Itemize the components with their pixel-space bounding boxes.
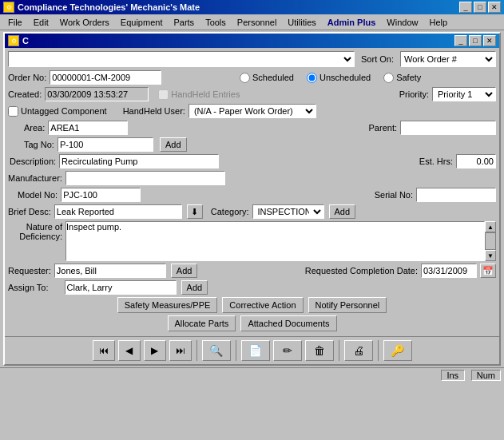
- manufacturer-field[interactable]: [65, 171, 225, 185]
- manufacturer-label: Manufacturer:: [8, 173, 62, 183]
- allocate-button[interactable]: Allocate Parts: [168, 315, 236, 331]
- model-no-field[interactable]: [61, 188, 141, 202]
- order-no-field[interactable]: [50, 70, 161, 85]
- exit-button[interactable]: 🔑: [383, 340, 412, 361]
- radio-safety[interactable]: Safety: [383, 73, 421, 83]
- menu-file[interactable]: File: [3, 17, 27, 28]
- category-label: Category:: [211, 207, 249, 216]
- nature-textarea[interactable]: Inspect pump.: [65, 221, 485, 261]
- serial-no-field[interactable]: [416, 188, 496, 202]
- priority-dropdown[interactable]: Priority 1: [432, 87, 496, 101]
- delete-button[interactable]: 🗑: [305, 340, 334, 361]
- corrective-button[interactable]: Corrective Action: [222, 297, 303, 313]
- parent-field[interactable]: [400, 121, 496, 135]
- deficiency-label: Deficiency:: [19, 232, 62, 241]
- inner-title-bar: ⚙ C _ □ ✕: [5, 34, 499, 48]
- radio-scheduled-input[interactable]: [240, 73, 250, 83]
- add-requester-button[interactable]: Add: [171, 264, 198, 278]
- req-completion-label: Requested Completion Date:: [305, 266, 418, 275]
- menu-equipment[interactable]: Equipment: [116, 17, 168, 28]
- scroll-track: [485, 232, 496, 250]
- print-button[interactable]: 🖨: [344, 340, 373, 361]
- area-row: Area: Parent:: [8, 121, 496, 135]
- search-button[interactable]: 🔍: [202, 340, 231, 361]
- tag-no-field[interactable]: [58, 137, 153, 152]
- next-record-button[interactable]: ▶: [144, 340, 166, 361]
- scroll-up-button[interactable]: ▲: [485, 221, 496, 232]
- add-assign-button[interactable]: Add: [181, 280, 208, 295]
- calendar-button[interactable]: 📅: [480, 264, 496, 278]
- created-label: Created:: [8, 89, 42, 99]
- nature-row: Nature of Deficiency: Inspect pump. ▲ ▼: [8, 221, 496, 261]
- requester-field[interactable]: [54, 264, 166, 278]
- nav-dropdown[interactable]: [8, 51, 355, 67]
- category-dropdown[interactable]: INSPECTION: [252, 204, 324, 219]
- edit-button[interactable]: ✏: [273, 340, 302, 361]
- app-title: Compliance Technologies' Mechanic's Mate: [18, 2, 200, 12]
- title-bar: ⚙ Compliance Technologies' Mechanic's Ma…: [0, 0, 504, 14]
- sort-label: Sort On:: [361, 54, 394, 64]
- inner-app-icon: ⚙: [8, 35, 19, 46]
- app-icon: ⚙: [3, 2, 14, 13]
- inner-close-button[interactable]: ✕: [483, 35, 496, 46]
- parent-label: Parent:: [369, 123, 397, 133]
- radio-group: Scheduled Unscheduled Safety: [165, 73, 496, 83]
- scroll-down-button[interactable]: ▼: [485, 250, 496, 261]
- untagged-label: Untagged Component: [21, 106, 107, 116]
- menu-window[interactable]: Window: [382, 17, 423, 28]
- new-button[interactable]: 📄: [241, 340, 270, 361]
- last-record-button[interactable]: ⏭: [169, 340, 192, 361]
- menu-admin-plus[interactable]: Admin Plus: [323, 17, 381, 28]
- inner-maximize-button[interactable]: □: [469, 35, 482, 46]
- close-button[interactable]: ✕: [488, 2, 501, 13]
- menu-personnel[interactable]: Personnel: [232, 17, 282, 28]
- menu-help[interactable]: Help: [424, 17, 452, 28]
- nav-separator-3: [339, 340, 339, 361]
- brief-desc-field[interactable]: [54, 204, 182, 219]
- radio-unscheduled[interactable]: Unscheduled: [307, 73, 371, 83]
- radio-safety-input[interactable]: [383, 73, 394, 83]
- untagged-checkbox-input[interactable]: [8, 106, 18, 117]
- menu-parts[interactable]: Parts: [169, 17, 199, 28]
- safety-button[interactable]: Safety Measures/PPE: [117, 297, 218, 313]
- assign-to-label: Assign To:: [8, 283, 49, 292]
- requester-row: Requester: Add Requested Completion Date…: [8, 264, 496, 278]
- description-field[interactable]: [59, 154, 219, 168]
- notify-button[interactable]: Notify Personnel: [308, 297, 387, 313]
- sort-dropdown[interactable]: Work Order #: [400, 51, 496, 67]
- download-button[interactable]: ⬇: [187, 204, 203, 219]
- menu-work-orders[interactable]: Work Orders: [55, 17, 114, 28]
- order-no-label: Order No:: [8, 73, 46, 82]
- priority-label: Priority:: [399, 89, 429, 99]
- add-tag-button[interactable]: Add: [160, 137, 187, 152]
- description-label: Description:: [10, 157, 56, 166]
- radio-unscheduled-input[interactable]: [307, 73, 317, 83]
- minimize-button[interactable]: _: [459, 2, 472, 13]
- radio-scheduled[interactable]: Scheduled: [240, 73, 294, 83]
- maximize-button[interactable]: □: [474, 2, 486, 13]
- assign-row: Assign To: Add: [8, 280, 496, 295]
- untagged-checkbox[interactable]: Untagged Component: [8, 106, 107, 117]
- prev-record-button[interactable]: ◀: [118, 340, 141, 361]
- handheld-user-dropdown[interactable]: (N/A - Paper Work Order): [189, 104, 316, 118]
- radio-safety-label: Safety: [396, 73, 421, 82]
- attached-button[interactable]: Attached Documents: [240, 315, 336, 331]
- inner-minimize-button[interactable]: _: [454, 35, 467, 46]
- menu-utilities[interactable]: Utilities: [283, 17, 320, 28]
- inner-title-text: C: [22, 36, 29, 46]
- radio-scheduled-label: Scheduled: [252, 73, 294, 82]
- model-no-label: Model No:: [18, 190, 58, 200]
- add-category-button[interactable]: Add: [329, 204, 356, 219]
- first-record-button[interactable]: ⏮: [93, 340, 115, 361]
- form-area: Sort On: Work Order # Order No: Schedule…: [5, 48, 499, 336]
- menu-edit[interactable]: Edit: [29, 17, 54, 28]
- menu-tools[interactable]: Tools: [200, 17, 231, 28]
- model-row: Model No: Serial No:: [8, 188, 496, 202]
- req-completion-field[interactable]: [421, 264, 477, 278]
- action-buttons-row1: Safety Measures/PPE Corrective Action No…: [8, 297, 496, 313]
- area-field[interactable]: [48, 121, 128, 135]
- handheld-checkbox[interactable]: HandHeld Entries: [158, 89, 240, 100]
- est-hrs-field[interactable]: [456, 154, 496, 168]
- assign-to-field[interactable]: [65, 280, 177, 295]
- bottom-nav: ⏮ ◀ ▶ ⏭ 🔍 📄 ✏ 🗑 🖨 🔑: [5, 336, 499, 364]
